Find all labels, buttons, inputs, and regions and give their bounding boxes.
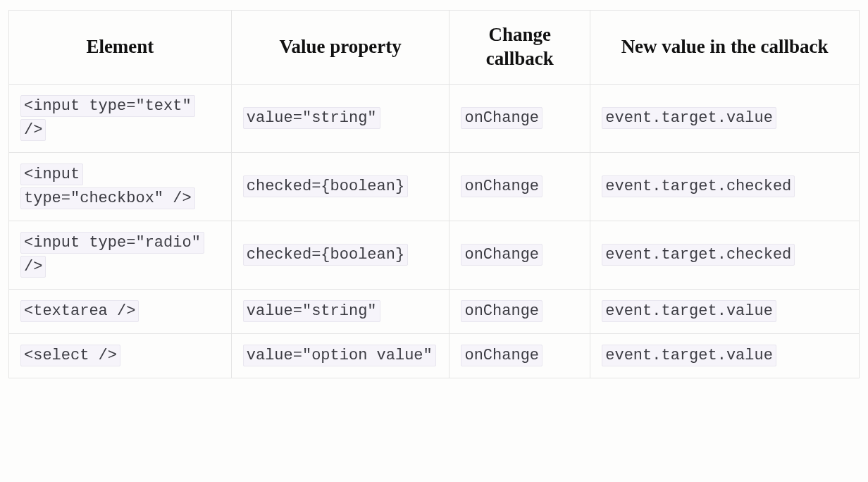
change-callback-code: onChange — [461, 175, 542, 197]
table-row: <input type="checkbox" /> checked={boole… — [9, 152, 860, 221]
element-code: <textarea /> — [20, 300, 139, 322]
header-new-value: New value in the callback — [590, 11, 860, 85]
element-code: <input type="radio" /> — [20, 232, 204, 278]
change-callback-code: onChange — [461, 107, 542, 129]
new-value-code: event.target.value — [602, 345, 776, 366]
change-callback-code: onChange — [461, 244, 542, 266]
new-value-code: event.target.checked — [602, 175, 795, 197]
table-row: <input type="text" /> value="string" onC… — [9, 84, 860, 152]
new-value-code: event.target.value — [602, 107, 776, 129]
new-value-code: event.target.checked — [602, 244, 795, 266]
header-change-callback: Change callback — [450, 11, 590, 85]
element-code: <input type="checkbox" /> — [20, 163, 195, 209]
table-row: <select /> value="option value" onChange… — [9, 334, 860, 378]
form-elements-table: Element Value property Change callback N… — [8, 10, 860, 378]
change-callback-code: onChange — [461, 300, 542, 322]
value-property-code: value="string" — [243, 300, 380, 322]
header-value-property: Value property — [231, 11, 450, 85]
table-row: <textarea /> value="string" onChange eve… — [9, 290, 860, 334]
value-property-code: value="string" — [243, 107, 380, 129]
value-property-code: checked={boolean} — [243, 244, 408, 266]
change-callback-code: onChange — [461, 345, 542, 366]
header-element: Element — [9, 11, 232, 85]
table-row: <input type="radio" /> checked={boolean}… — [9, 221, 860, 289]
value-property-code: value="option value" — [243, 345, 436, 366]
table-header-row: Element Value property Change callback N… — [9, 11, 860, 85]
element-code: <select /> — [20, 345, 120, 366]
new-value-code: event.target.value — [602, 300, 776, 322]
element-code: <input type="text" /> — [20, 95, 195, 141]
value-property-code: checked={boolean} — [243, 175, 408, 197]
